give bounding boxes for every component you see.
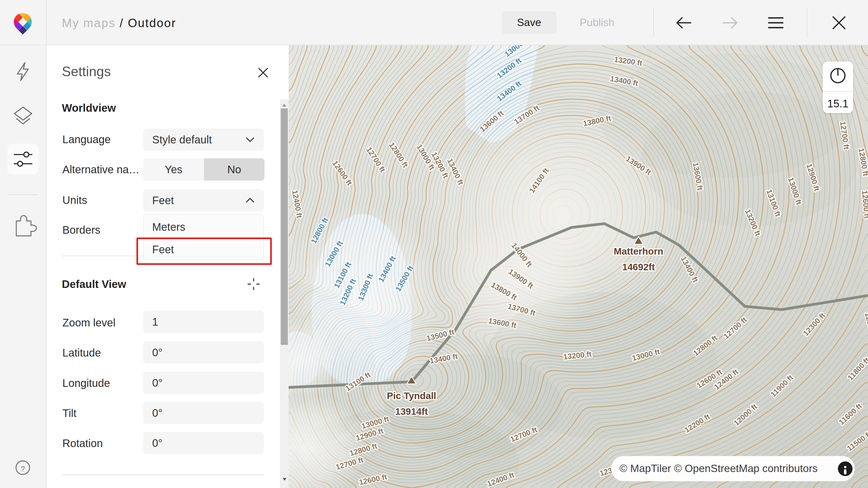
svg-text:13914ft: 13914ft [395, 406, 428, 417]
svg-text:?: ? [21, 465, 25, 473]
svg-text:Pic Tyndall: Pic Tyndall [387, 390, 436, 401]
svg-text:14692ft: 14692ft [622, 262, 655, 272]
svg-text:Matterhorn: Matterhorn [614, 246, 663, 257]
